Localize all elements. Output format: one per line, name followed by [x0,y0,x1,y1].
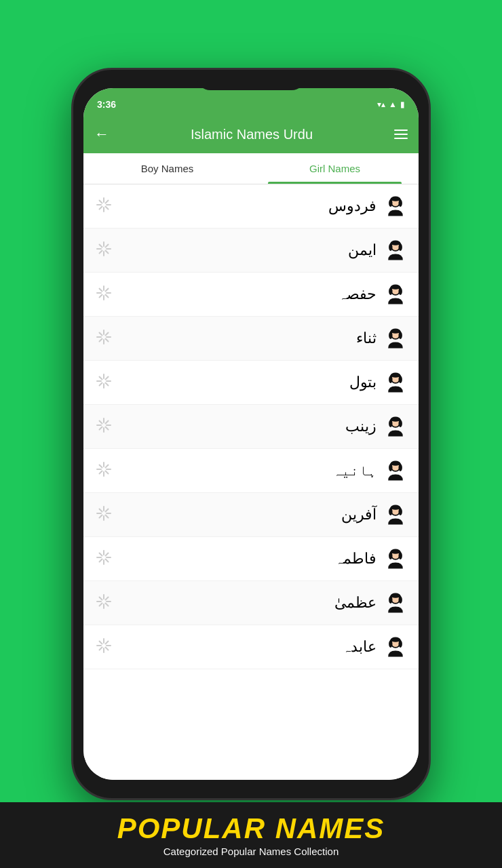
star-icon[interactable] [94,592,119,614]
svg-line-19 [106,250,109,253]
list-item[interactable]: عظمیٰ [83,581,419,625]
svg-point-54 [399,332,402,339]
svg-line-130 [100,597,102,599]
svg-line-145 [106,647,109,650]
phone-screen: 3:36 ▾▴ ▲ ▮ ← Islamic Names Urdu Boy Nam… [83,88,419,780]
svg-line-144 [100,641,102,644]
svg-line-4 [100,200,102,203]
star-icon[interactable] [94,636,119,658]
svg-point-82 [399,420,402,427]
star-icon[interactable] [94,239,119,262]
star-icon[interactable] [94,548,119,570]
wifi-icon: ▾▴ [377,100,385,109]
star-icon[interactable] [94,195,119,218]
list-item[interactable]: عابدہ [83,625,419,669]
svg-line-88 [100,465,102,467]
girl-avatar-icon [383,326,408,351]
svg-point-13 [391,197,400,201]
svg-line-21 [100,250,102,253]
battery-icon: ▮ [400,100,405,109]
svg-line-62 [106,376,109,379]
back-button[interactable]: ← [94,125,109,143]
svg-line-47 [106,338,109,341]
svg-line-89 [106,471,109,473]
girl-avatar-icon [383,194,408,218]
list-item[interactable]: ہانیہ [83,449,419,493]
svg-point-109 [389,508,392,515]
menu-button[interactable] [394,130,408,139]
svg-line-91 [100,471,102,473]
urdu-name: عظمیٰ [119,594,383,612]
svg-line-77 [100,427,102,429]
list-item[interactable]: آفرین [83,493,419,537]
list-item[interactable]: حفصہ [83,273,419,317]
svg-point-11 [389,199,392,207]
list-item[interactable]: ثناء [83,317,419,361]
svg-point-96 [399,464,402,471]
girl-avatar-icon [383,282,408,307]
tab-girl-names[interactable]: Girl Names [251,153,419,184]
list-item[interactable]: ایمن [83,229,419,273]
svg-line-133 [100,603,102,606]
urdu-name: حفصہ [119,285,383,303]
svg-line-61 [106,382,109,385]
svg-point-53 [389,332,392,339]
svg-line-102 [100,509,102,511]
list-item[interactable]: بتول [83,361,419,405]
svg-point-55 [391,329,400,334]
urdu-name: آفرین [119,506,383,524]
svg-line-20 [106,244,109,247]
svg-line-76 [106,420,109,423]
svg-point-110 [399,508,402,515]
svg-point-67 [389,376,392,383]
app-header: ← Islamic Names Urdu [83,115,419,153]
signal-icon: ▲ [389,100,397,109]
popular-title: POPULAR NAMES [0,814,502,843]
svg-line-34 [106,288,109,291]
svg-point-153 [391,637,400,642]
svg-line-146 [106,641,109,644]
list-item[interactable]: زینب [83,405,419,449]
svg-point-124 [399,552,402,559]
svg-line-49 [100,338,102,341]
app-title: Islamic Names Urdu [191,127,313,142]
svg-line-5 [106,206,109,209]
star-icon[interactable] [94,283,119,306]
girl-avatar-icon [383,238,408,262]
svg-line-104 [106,509,109,511]
svg-line-75 [106,427,109,429]
star-icon[interactable] [94,416,119,438]
svg-line-46 [100,332,102,335]
star-icon[interactable] [94,460,119,482]
urdu-name: ثناء [119,330,383,347]
svg-point-81 [389,420,392,427]
star-icon[interactable] [94,328,119,350]
star-icon[interactable] [94,504,119,526]
svg-point-137 [389,596,392,604]
svg-point-111 [391,505,400,510]
svg-line-132 [106,597,109,599]
list-item[interactable]: فردوس [83,184,419,229]
names-list[interactable]: فردوس ایمن [83,184,419,780]
svg-line-131 [106,603,109,606]
tab-boy-names[interactable]: Boy Names [83,153,251,184]
status-time: 3:36 [97,99,116,110]
list-item[interactable]: فاطمہ [83,537,419,581]
svg-line-60 [100,376,102,379]
svg-point-95 [389,464,392,471]
tab-bar: Boy Names Girl Names [83,153,419,184]
urdu-name: عابدہ [119,638,383,656]
svg-line-33 [106,294,109,297]
urdu-name: ہانیہ [119,462,383,479]
svg-point-26 [399,243,402,251]
star-icon[interactable] [94,372,119,394]
svg-point-40 [399,288,402,295]
urdu-name: بتول [119,374,383,391]
svg-line-90 [106,465,109,467]
svg-line-63 [100,382,102,385]
phone-notch [197,70,305,90]
svg-point-68 [399,376,402,383]
svg-point-12 [399,199,402,207]
svg-line-147 [100,647,102,650]
svg-point-123 [389,552,392,559]
